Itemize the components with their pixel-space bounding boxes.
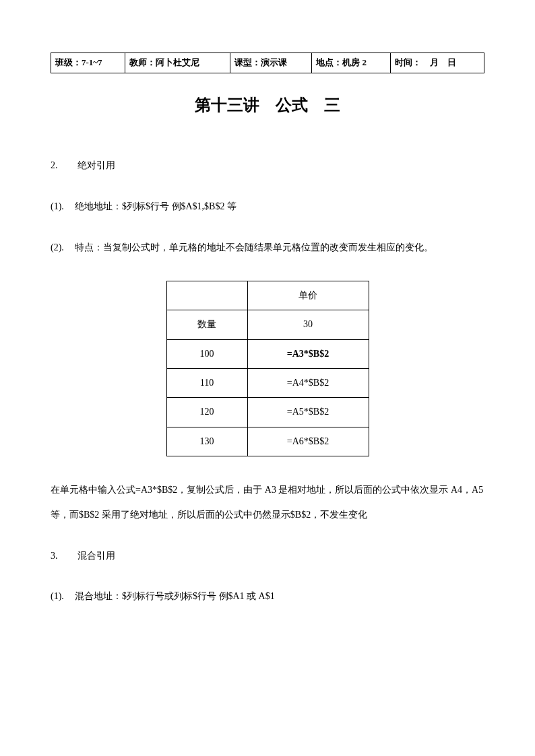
section3-number: 3. bbox=[51, 549, 77, 563]
header-location: 地点：机房 2 bbox=[312, 53, 391, 73]
table-cell-col1: 100 bbox=[166, 339, 247, 368]
section3-sub1-text: 混合地址：$列标行号或列标$行号 例$A1 或 A$1 bbox=[75, 591, 275, 601]
table-cell-col2: =A4*$B$2 bbox=[247, 368, 369, 397]
table-cell-col1: 120 bbox=[166, 398, 247, 427]
section3-title: 混合引用 bbox=[77, 551, 115, 561]
table-cell-col1 bbox=[166, 281, 247, 310]
table-cell-col2: =A3*$B$2 bbox=[247, 339, 369, 368]
formula-example-table: 单价数量30100=A3*$B$2110=A4*$B$2120=A5*$B$21… bbox=[166, 281, 369, 456]
table-row: 单价 bbox=[166, 281, 369, 310]
header-class: 班级：7-1~7 bbox=[51, 53, 125, 73]
section3-sub1: (1).混合地址：$列标行号或列标$行号 例$A1 或 A$1 bbox=[51, 585, 484, 608]
table-row: 130=A6*$B$2 bbox=[166, 427, 369, 456]
section2-heading: 2.绝对引用 bbox=[51, 158, 484, 173]
section-absolute-reference: 2.绝对引用 (1).绝地地址：$列标$行号 例$A$1,$B$2 等 (2).… bbox=[51, 158, 484, 259]
table-row: 数量30 bbox=[166, 310, 369, 339]
section2-title: 绝对引用 bbox=[77, 160, 115, 170]
table-cell-col1: 数量 bbox=[166, 310, 247, 339]
table-cell-col2: =A5*$B$2 bbox=[247, 398, 369, 427]
section-mixed-reference: 3.混合引用 (1).混合地址：$列标行号或列标$行号 例$A1 或 A$1 bbox=[51, 549, 484, 608]
header-info-table: 班级：7-1~7 教师：阿卜杜艾尼 课型：演示课 地点：机房 2 时间： 月 日 bbox=[51, 53, 484, 73]
section3-sub1-num: (1). bbox=[51, 585, 75, 608]
table-cell-col2: 单价 bbox=[247, 281, 369, 310]
section2-sub1: (1).绝地地址：$列标$行号 例$A$1,$B$2 等 bbox=[51, 195, 484, 218]
page-title: 第十三讲 公式 三 bbox=[51, 92, 484, 118]
table-row: 120=A5*$B$2 bbox=[166, 398, 369, 427]
header-time: 时间： 月 日 bbox=[391, 53, 484, 73]
table-cell-col2: 30 bbox=[247, 310, 369, 339]
table-cell-col2: =A6*$B$2 bbox=[247, 427, 369, 456]
section2-number: 2. bbox=[51, 158, 77, 173]
section2-sub1-num: (1). bbox=[51, 195, 75, 218]
table-row: 100=A3*$B$2 bbox=[166, 339, 369, 368]
table-cell-col1: 110 bbox=[166, 368, 247, 397]
explanation-paragraph: 在单元格中输入公式=A3*$B$2，复制公式后，由于 A3 是相对地址，所以后面… bbox=[51, 478, 484, 527]
header-teacher: 教师：阿卜杜艾尼 bbox=[125, 53, 230, 73]
section2-sub1-text: 绝地地址：$列标$行号 例$A$1,$B$2 等 bbox=[75, 201, 237, 211]
section3-heading: 3.混合引用 bbox=[51, 549, 484, 563]
section2-sub2-text: 特点：当复制公式时，单元格的地址不会随结果单元格位置的改变而发生相应的变化。 bbox=[75, 242, 433, 252]
header-type: 课型：演示课 bbox=[230, 53, 312, 73]
table-row: 110=A4*$B$2 bbox=[166, 368, 369, 397]
section2-sub2: (2).特点：当复制公式时，单元格的地址不会随结果单元格位置的改变而发生相应的变… bbox=[51, 236, 484, 259]
section2-sub2-num: (2). bbox=[51, 236, 75, 259]
table-cell-col1: 130 bbox=[166, 427, 247, 456]
